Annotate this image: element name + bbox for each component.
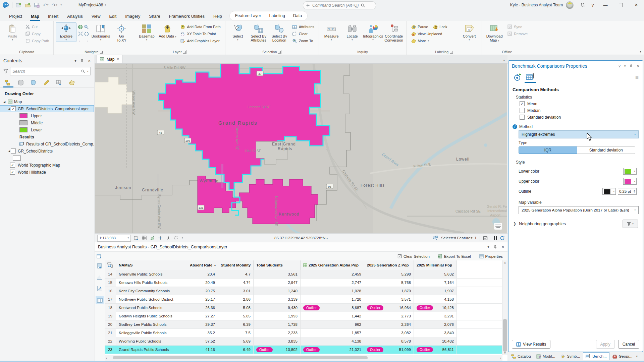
pin-icon[interactable] [629,64,633,68]
table-row[interactable]: 23Grand Rapids Public Schools41.166.49Ou… [105,346,507,354]
list-by-labeling-icon[interactable] [68,79,76,86]
results-close-icon[interactable]: × [501,244,504,249]
new-project-icon[interactable] [16,3,21,8]
ribbon-tab-view[interactable]: View [87,12,105,21]
map-scale-select[interactable]: 1:173,983▾ [97,235,131,242]
pause-labeling-button[interactable]: Pause [409,23,430,30]
results-menu-chevron-icon[interactable]: ▾ [487,245,489,249]
infographics-button[interactable]: Infographics▾ [363,22,383,42]
cut-button[interactable]: Cut [23,23,51,30]
add-data-from-path-button[interactable]: Add Data From Path [178,23,223,30]
table-row[interactable]: 16Kent City Community Schools20.753.011,… [105,287,507,295]
ribbon-tab-analysis[interactable]: Analysis [63,12,87,21]
view-unplaced-button[interactable]: View Unplaced [409,30,459,37]
layer-item-map[interactable]: ◢Map [0,98,94,105]
outline-color-picker[interactable]: ▾ [602,188,616,195]
list-by-snapping-icon[interactable] [55,79,63,86]
visibility-checkbox[interactable]: ✓ [10,163,15,168]
tab-setup-icon[interactable] [513,73,523,81]
select-button[interactable]: Select▾ [227,22,248,42]
tab-comparison-methods-icon[interactable] [525,73,535,81]
ribbon-tab-project[interactable]: Project [5,12,26,21]
search-options-chevron-icon[interactable]: ▾ [87,70,88,73]
method-dropdown[interactable]: Highlight extremes▾ [519,130,639,138]
table-row[interactable]: 22Wyoming Public Schools37.525.693,8354,… [105,337,507,346]
chart-view-icon[interactable] [96,273,104,281]
lasso-select-icon[interactable] [174,235,179,241]
list-by-drawing-order-icon[interactable] [4,79,12,86]
next-extent-icon[interactable]: → [84,38,89,43]
vertical-scrollbar[interactable]: ▲ ▼ [502,260,507,355]
contents-menu-chevron-icon[interactable]: ▾ [74,59,76,63]
apply-button[interactable]: Apply [596,340,615,349]
filter-icon[interactable] [3,69,8,73]
row-number[interactable]: 18 [105,304,116,312]
clear-selection-button[interactable]: Clear Selection [395,253,432,259]
outline-width-input[interactable]: 0.25 pt▲▼ [618,188,637,195]
north-arrow-icon[interactable] [166,235,171,241]
visibility-checkbox[interactable]: ✓ [10,170,15,175]
layer-item-world-topographic-map[interactable]: ✓World Topographic Map [0,162,94,169]
type-standard-deviation-button[interactable]: Standard deviation [577,146,636,154]
row-number[interactable]: 22 [105,337,116,345]
xy-table-to-point-button[interactable]: XYXY Table To Point [178,30,223,37]
layer-item-world-hillshade[interactable]: ✓World Hillshade [0,169,94,176]
map-variable-dropdown[interactable]: 2025 Generation Alpha Population (Born 2… [519,206,639,214]
table-view-icon[interactable] [96,296,104,304]
row-number[interactable]: 23 [105,346,116,354]
snap-icon[interactable] [150,235,155,241]
close-button[interactable]: × [629,0,644,10]
customize-qat-icon[interactable]: ▾ [61,4,62,6]
collapse-ribbon-icon[interactable]: ▾ [640,50,641,53]
ribbon-tab-framework-utilities[interactable]: Framework Utilities [165,12,209,21]
notifications-bell-icon[interactable] [578,0,588,10]
list-by-data-source-icon[interactable] [17,79,25,86]
panel-help-icon[interactable]: ? [619,64,621,68]
attributes-button[interactable]: Attributes [290,23,317,30]
table-corner-cell[interactable] [105,260,116,270]
export-to-excel-button[interactable]: Export To Excel [435,253,474,259]
column-header-z[interactable]: 2025 Generation Z Pop [364,260,414,270]
map-view-tab[interactable]: Map × [97,55,122,63]
table-row[interactable]: 19Godwin Heights Public Schools27.275.85… [105,312,507,320]
results-table-icon[interactable] [97,254,102,259]
symbol-swatch-lower[interactable]: Lower [0,126,94,133]
table-row[interactable]: 18Kentwood Public Schools26.365.089,430O… [105,304,507,312]
dock-overflow-chevron-icon[interactable]: ▾ [636,355,638,358]
crosshair-icon[interactable] [158,235,163,241]
dock-tab-geoprocessing[interactable]: Geopr... [610,353,635,360]
map-coordinates[interactable]: 85.3711229°W 42.9398728°N [274,236,325,240]
table-row[interactable]: 21Kelloggsville Public Schools35.27.52,2… [105,329,507,337]
expander-chevron-icon[interactable]: ❯ [513,222,516,226]
save-project-icon[interactable] [34,3,40,8]
table-row[interactable]: 20Godfrey-Lee Public Schools29.376.391,7… [105,320,507,329]
results-layer-item[interactable]: Results of GR_SchoolDistricts_Comp... [0,140,94,147]
pin-icon[interactable] [80,59,84,63]
row-number[interactable]: 20 [105,320,116,328]
column-header-mobility[interactable]: Student Mobility [218,260,254,270]
select-by-attributes-button[interactable]: Select ByAttributes [248,22,269,43]
map-tab-close-icon[interactable]: × [117,57,119,62]
add-data-button[interactable]: Add Data ▾ [157,22,178,40]
dock-tab-catalog[interactable]: Catalog [509,353,533,360]
table-row[interactable]: 14Greenville Public Schools20.44.73,5612… [105,270,507,279]
lower-color-picker[interactable]: ▾ [623,168,637,175]
selection-box-icon[interactable] [483,236,488,240]
upper-color-picker[interactable]: ▾ [623,178,637,185]
panel-menu-chevron-icon[interactable]: ▾ [624,64,626,68]
navigate-launcher-icon[interactable] [100,50,103,54]
open-project-icon[interactable] [25,3,31,8]
panel-options-menu-icon[interactable]: ≡ [635,74,639,80]
convert-labels-button[interactable]: A Convert▾ [459,22,480,42]
labeling-launcher-icon[interactable] [450,50,453,54]
dock-tab-modify[interactable]: Modif... [534,353,558,360]
bookmarks-button[interactable]: Bookmarks▾ [90,22,111,42]
type-iqr-button[interactable]: IQR [519,146,577,154]
undo-button[interactable]: ↶▾ [43,2,48,8]
zoom-selection-icon[interactable] [84,24,89,29]
previous-extent-icon[interactable]: ← [78,38,83,43]
pin-icon[interactable] [493,245,497,249]
ribbon-tab-edit[interactable]: Edit [105,12,121,21]
dock-tab-benchmark[interactable]: Bench... [583,352,609,360]
clear-selection-button[interactable]: Clear [290,30,317,37]
